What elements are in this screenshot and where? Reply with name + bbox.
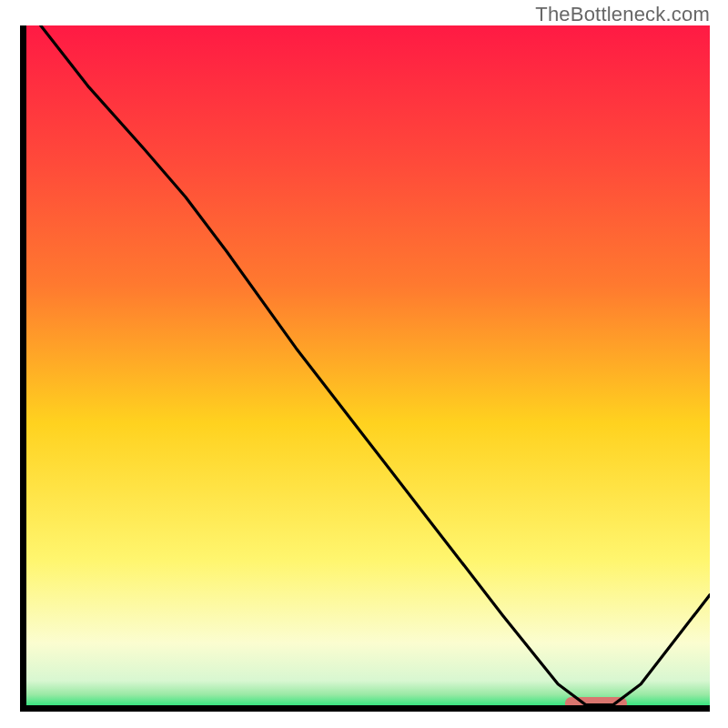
attribution-text: TheBottleneck.com <box>535 3 710 26</box>
chart-svg <box>20 25 710 712</box>
chart-background <box>20 25 710 712</box>
chart-plot-area <box>20 25 710 712</box>
